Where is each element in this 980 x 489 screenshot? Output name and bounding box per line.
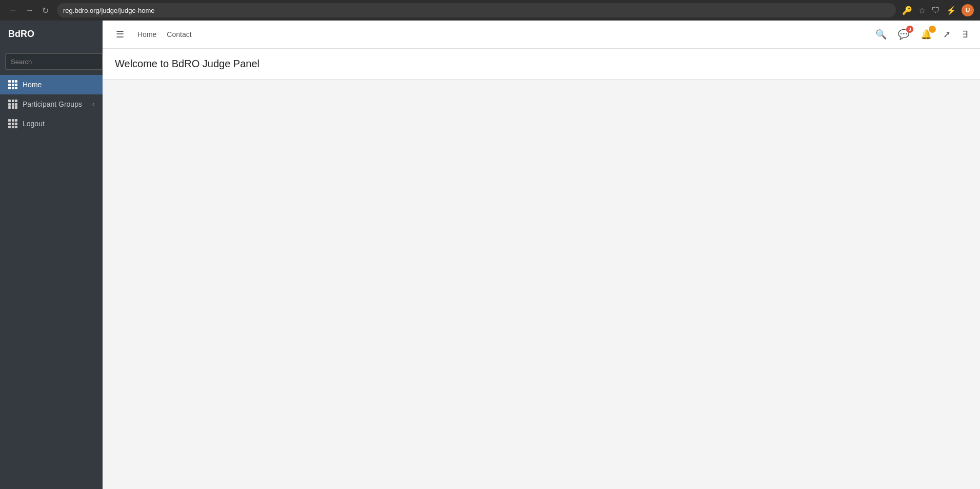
app-container: BdRO 🔍 Home: [0, 21, 980, 489]
page-title: Welcome to BdRO Judge Panel: [115, 58, 968, 70]
notification-badge: [929, 26, 936, 33]
sidebar-nav: Home Participant Groups ‹ Logout: [0, 75, 103, 133]
chat-button[interactable]: 💬 3: [896, 27, 911, 42]
top-navbar: ☰ Home Contact 🔍 💬 3 🔔: [103, 21, 980, 49]
address-bar[interactable]: [57, 3, 896, 17]
top-nav-links: Home Contact: [137, 30, 192, 38]
key-icon[interactable]: 🔑: [901, 5, 913, 16]
nav-link-contact[interactable]: Contact: [167, 30, 191, 38]
top-nav-right: 🔍 💬 3 🔔 ➚ ∃: [873, 27, 970, 42]
home-grid-icon: [8, 80, 17, 89]
chevron-left-icon: ‹: [92, 101, 94, 108]
reload-button[interactable]: ↻: [39, 5, 52, 16]
top-nav-left: ☰ Home Contact: [113, 27, 192, 42]
forward-button[interactable]: →: [23, 5, 37, 16]
sidebar: BdRO 🔍 Home: [0, 21, 103, 489]
search-nav-icon: 🔍: [875, 29, 887, 40]
expand-icon: ➚: [943, 29, 951, 40]
main-content: ☰ Home Contact 🔍 💬 3 🔔: [103, 21, 980, 489]
search-input[interactable]: [5, 53, 102, 70]
shield-icon[interactable]: 🛡: [931, 5, 941, 16]
star-icon[interactable]: ☆: [917, 5, 927, 16]
back-button[interactable]: ←: [6, 5, 21, 16]
browser-chrome: ← → ↻ 🔑 ☆ 🛡 ⚡ U: [0, 0, 980, 21]
browser-icons: 🔑 ☆ 🛡 ⚡ U: [901, 4, 974, 16]
expand-button[interactable]: ➚: [941, 27, 953, 42]
sidebar-item-home[interactable]: Home: [0, 75, 103, 94]
chat-badge: 3: [906, 26, 913, 33]
page-header: Welcome to BdRO Judge Panel: [103, 49, 980, 80]
nav-link-home[interactable]: Home: [137, 30, 156, 38]
sidebar-search-wrap: 🔍: [0, 48, 103, 75]
sidebar-item-logout-label: Logout: [23, 120, 94, 128]
apps-grid-icon: ∃: [962, 29, 968, 40]
search-nav-button[interactable]: 🔍: [873, 27, 889, 42]
sidebar-item-home-label: Home: [23, 81, 94, 89]
sidebar-item-participant-groups[interactable]: Participant Groups ‹: [0, 94, 103, 114]
hamburger-button[interactable]: ☰: [113, 27, 127, 42]
sidebar-item-participant-groups-label: Participant Groups: [23, 100, 87, 108]
participant-groups-grid-icon: [8, 100, 17, 109]
notification-button[interactable]: 🔔: [918, 27, 934, 42]
page-content: Welcome to BdRO Judge Panel: [103, 49, 980, 489]
sidebar-brand: BdRO: [0, 21, 103, 48]
logout-grid-icon: [8, 119, 17, 128]
browser-nav-buttons: ← → ↻: [6, 5, 52, 16]
sidebar-item-logout[interactable]: Logout: [0, 114, 103, 133]
profile-avatar[interactable]: U: [962, 4, 974, 16]
apps-button[interactable]: ∃: [960, 27, 970, 42]
extensions-icon[interactable]: ⚡: [945, 5, 957, 16]
